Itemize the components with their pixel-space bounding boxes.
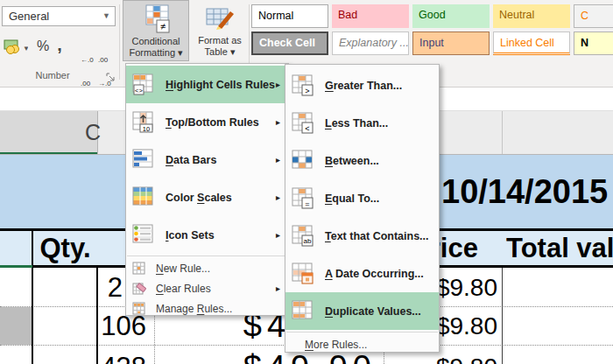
menu-item-label: Clear Rules [156,283,211,295]
style-good[interactable]: Good [412,4,490,28]
top-bottom-rules-icon: 10 [132,111,155,134]
menu-item-clear-rules[interactable]: Clear Rules ▸ [126,278,288,298]
menu-separator [286,332,438,332]
svg-text:≠: ≠ [160,21,166,32]
menu-item-manage-rules[interactable]: Manage Rules... [126,298,288,318]
selection-border-segment [0,265,32,268]
gray-cell[interactable] [0,307,32,345]
menu-item-label: Manage Rules... [156,303,232,315]
submenu-item-label: More Rules... [305,339,367,351]
menu-separator [127,256,287,256]
submenu-item-less-than[interactable]: < Less Than... [285,104,439,142]
submenu-item-label: Duplicate Values... [325,305,421,318]
color-scales-icon [132,186,155,209]
increase-decimal-icon: ←.0 [81,56,96,64]
clear-rules-icon [132,282,146,296]
menu-item-label: Data Bars [166,154,216,166]
submenu-item-label: Text that Contains... [325,230,429,242]
money-icon: ▼ [4,37,28,56]
column-header-c[interactable]: C [77,111,109,153]
data-bars-icon [132,149,155,172]
submenu-item-label: Between... [325,155,379,167]
table-border-left [32,230,33,364]
highlight-cells-rules-submenu: > Greater Than... < Less Than... Bet [285,64,440,353]
a-date-occurring-icon [292,262,314,285]
qty-header-cell[interactable]: Qty. [32,231,98,265]
svg-text:10: 10 [143,124,150,132]
style-linked-cell[interactable]: Linked Cell [493,32,570,55]
svg-text:<: < [305,123,309,132]
comma-style-button[interactable]: , [53,35,67,55]
number-format-value: General [9,10,49,23]
svg-text:<>: <> [135,86,143,94]
submenu-item-a-date-occurring[interactable]: A Date Occurring... [285,255,439,292]
format-as-table-icon [206,5,236,33]
style-calculation-partial[interactable]: C [574,4,613,28]
submenu-item-label: Less Than... [325,117,388,130]
style-input[interactable]: Input [412,32,490,55]
menu-item-label: Color Scales [166,192,232,204]
greater-than-icon: > [292,74,314,97]
icon-sets-icon [132,224,155,247]
menu-item-icon-sets[interactable]: Icon Sets ▸ [126,216,288,254]
accounting-format-button[interactable]: ▼ [4,37,30,58]
conditional-formatting-menu: <> Highlight Cells Rules ▸ 10 Top/Bottom… [125,63,289,316]
increase-decimal-icon2: .00 [81,80,96,88]
decrease-decimal-icon: .00 [98,56,114,64]
dialog-launcher-icon[interactable] [106,70,116,80]
format-as-table-label: Format as [191,35,249,46]
percent-style-button[interactable]: % [33,38,53,54]
svg-text:▼: ▼ [23,45,28,52]
conditional-formatting-button[interactable]: ≠ Conditional Formatting ▾ [123,0,189,61]
number-group-label: Number [7,70,98,80]
style-explanatory[interactable]: Explanatory ... [332,32,409,55]
highlight-cells-rules-icon: <> [132,74,155,96]
svg-text:=: = [305,199,309,207]
date-value: 10/14/2015 [441,155,608,228]
excel-window: C 10/14/2015 Qty. Price Total value 2 $9… [0,0,613,364]
column-separator [502,111,503,154]
submenu-item-label: Greater Than... [325,80,402,92]
text-that-contains-icon: ab [292,225,314,248]
submenu-item-between[interactable]: Between... [285,142,439,179]
svg-text:ab: ab [304,237,312,245]
new-rule-icon [132,262,146,276]
number-format-combobox[interactable]: General ▼ [2,6,116,26]
menu-item-top-bottom-rules[interactable]: 10 Top/Bottom Rules ▸ [126,103,288,141]
group-separator [119,4,120,80]
style-note-partial[interactable]: N [574,32,613,55]
menu-item-data-bars[interactable]: Data Bars ▸ [126,141,288,178]
menu-item-label: Top/Bottom Rules [166,116,259,129]
chevron-down-icon: ▼ [102,7,110,25]
format-as-table-label2: Table ▾ [191,46,249,58]
qty-cell[interactable]: 438 [98,346,154,364]
style-bad[interactable]: Bad [332,4,409,28]
conditional-formatting-label: Conditional [123,36,188,46]
submenu-item-duplicate-values[interactable]: Duplicate Values... [285,292,439,330]
submenu-item-greater-than[interactable]: > Greater Than... [285,66,439,104]
submenu-item-label: A Date Occurring... [325,268,424,280]
menu-item-label: Icon Sets [166,229,215,242]
style-neutral[interactable]: Neutral [493,4,570,28]
menu-item-highlight-cells-rules[interactable]: <> Highlight Cells Rules ▸ [126,66,288,103]
column-border [502,268,503,364]
style-normal[interactable]: Normal [251,4,328,28]
column-border [96,268,98,364]
submenu-item-equal-to[interactable]: = Equal To... [285,179,439,217]
duplicate-values-icon [292,300,314,323]
submenu-item-label: Equal To... [325,192,379,205]
menu-item-new-rule[interactable]: New Rule... [126,258,288,278]
submenu-item-text-that-contains[interactable]: ab Text that Contains... [285,217,439,255]
between-icon [292,150,314,172]
format-as-table-button[interactable]: Format as Table ▾ [191,0,249,61]
submenu-item-more-rules[interactable]: More Rules... [285,334,439,354]
menu-item-label: New Rule... [156,262,210,275]
menu-item-color-scales[interactable]: Color Scales ▸ [126,178,288,216]
manage-rules-icon [132,302,146,316]
total-value-header-cell[interactable]: Total value [506,231,613,265]
svg-text:>: > [305,86,309,94]
menu-item-label: Highlight Cells Rules [166,79,275,91]
less-than-icon: < [292,112,314,135]
conditional-formatting-label2: Formatting ▾ [123,47,188,59]
style-check-cell[interactable]: Check Cell [251,32,328,55]
